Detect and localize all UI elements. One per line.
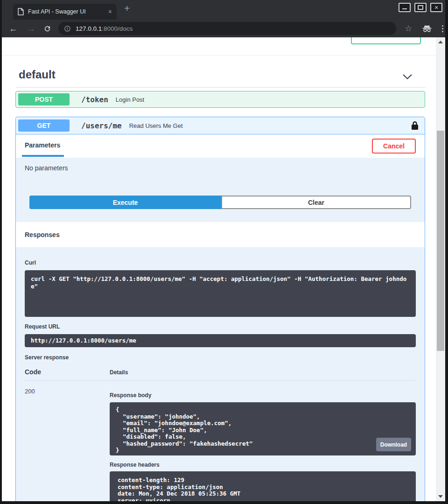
forward-button[interactable]: → xyxy=(27,24,35,33)
lock-icon[interactable] xyxy=(411,121,419,130)
url-text: 127.0.0.1:8000/docs xyxy=(76,25,133,32)
minimize-button[interactable] xyxy=(399,3,411,12)
responses-section-header: Responses xyxy=(16,222,425,248)
address-bar[interactable]: 127.0.0.1:8000/docs xyxy=(58,22,396,35)
responses-title: Responses xyxy=(25,231,60,238)
operation-get-users-me-panel: GET /users/me Read Users Me Get Paramete… xyxy=(15,117,425,501)
post-summary: Login Post xyxy=(116,96,144,103)
window-controls: ✕ xyxy=(399,3,442,12)
document-favicon-icon xyxy=(18,8,24,15)
get-operation-header[interactable]: GET /users/me Read Users Me Get xyxy=(16,117,425,134)
cancel-button[interactable]: Cancel xyxy=(372,139,416,154)
clear-button[interactable]: Clear xyxy=(221,196,411,209)
close-button[interactable]: ✕ xyxy=(430,3,442,12)
minimize-icon xyxy=(402,8,407,9)
topbar xyxy=(2,37,436,56)
get-path: /users/me xyxy=(81,121,122,130)
parameters-tab-row: Parameters Cancel xyxy=(16,134,425,158)
section-divider xyxy=(15,87,425,88)
swagger-page: default POST /token Login Post GET /user… xyxy=(2,37,436,501)
browser-window: Fast API - Swagger UI × + ✕ ← → 127.0.0.… xyxy=(0,0,448,504)
menu-dots-icon[interactable] xyxy=(442,25,443,32)
response-details-cell: Response body { "username": "johndoe", "… xyxy=(110,387,416,501)
tab-close-icon[interactable]: × xyxy=(108,8,112,15)
reload-button[interactable] xyxy=(43,25,51,33)
tab-title: Fast API - Swagger UI xyxy=(28,8,108,15)
back-button[interactable]: ← xyxy=(9,24,18,33)
maximize-icon xyxy=(418,5,423,10)
new-tab-button[interactable]: + xyxy=(124,3,130,13)
response-headers-text: content-length: 129 content-type: applic… xyxy=(118,477,408,501)
incognito-icon xyxy=(422,25,432,32)
info-icon[interactable] xyxy=(64,25,71,32)
execute-button[interactable]: Execute xyxy=(29,196,221,209)
request-url-block: http://127.0.0.1:8000/users/me xyxy=(25,334,416,347)
get-summary: Read Users Me Get xyxy=(129,122,183,129)
response-headers-label: Response headers xyxy=(110,462,416,468)
scroll-down-arrow-icon[interactable] xyxy=(438,495,443,498)
url-host: 127.0.0.1 xyxy=(76,25,102,32)
response-body-block: { "username": "johndoe", "email": "johnd… xyxy=(110,402,416,455)
details-column-header: Details xyxy=(110,369,416,376)
request-url-label: Request URL xyxy=(25,323,416,330)
tab-strip: Fast API - Swagger UI × + ✕ xyxy=(2,0,445,20)
execute-row: Execute Clear xyxy=(29,196,411,209)
curl-label: Curl xyxy=(25,248,416,266)
chevron-down-icon[interactable] xyxy=(402,73,413,82)
maximize-button[interactable] xyxy=(414,3,427,12)
browser-toolbar: ← → 127.0.0.1:8000/docs ☆ xyxy=(2,20,445,37)
tab-parameters[interactable]: Parameters xyxy=(25,141,60,149)
parameters-body: No parameters Execute Clear xyxy=(16,158,425,222)
request-url-text: http://127.0.0.1:8000/users/me xyxy=(31,337,410,344)
download-button[interactable]: Download xyxy=(376,438,411,451)
scrollbar-thumb[interactable] xyxy=(437,131,444,351)
scroll-up-arrow-icon[interactable] xyxy=(438,41,443,43)
post-method-badge: POST xyxy=(18,93,70,105)
get-method-badge: GET xyxy=(18,119,70,132)
response-table-row: 200 Response body { "username": "johndoe… xyxy=(25,387,416,501)
response-body-label: Response body xyxy=(110,392,416,399)
url-path: :8000/docs xyxy=(102,25,133,32)
close-icon: ✕ xyxy=(434,5,438,10)
responses-body: Curl curl -X GET "http://127.0.0.1:8000/… xyxy=(16,248,425,501)
bookmark-star-icon[interactable]: ☆ xyxy=(405,24,412,33)
curl-code-block: curl -X GET "http://127.0.0.1:8000/users… xyxy=(25,270,416,317)
vertical-scrollbar[interactable] xyxy=(436,37,445,501)
code-column-header: Code xyxy=(25,368,110,376)
section-title: default xyxy=(19,68,56,81)
operation-post-token[interactable]: POST /token Login Post xyxy=(15,91,425,108)
response-body-json: { "username": "johndoe", "email": "johnd… xyxy=(116,406,410,454)
browser-tab[interactable]: Fast API - Swagger UI × xyxy=(13,4,117,20)
response-headers-block: content-length: 129 content-type: applic… xyxy=(110,471,416,501)
server-response-label: Server response xyxy=(25,354,416,361)
active-tab-underline xyxy=(22,155,64,157)
status-code: 200 xyxy=(25,387,110,501)
response-table-header: Code Details xyxy=(25,368,416,381)
curl-command-text: curl -X GET "http://127.0.0.1:8000/users… xyxy=(31,275,410,290)
no-parameters-text: No parameters xyxy=(25,164,68,172)
authorize-button[interactable] xyxy=(351,37,421,44)
post-path: /token xyxy=(81,95,108,104)
